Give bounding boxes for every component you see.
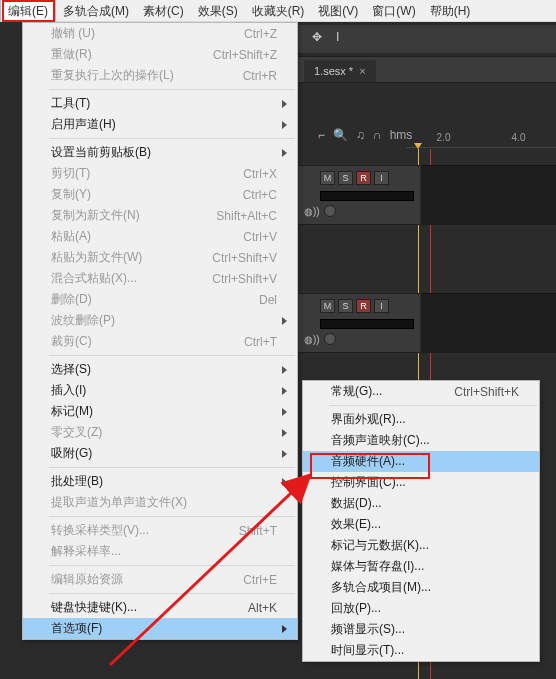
menu-zero-crossing[interactable]: 零交叉(Z) bbox=[23, 422, 297, 443]
menu-delete[interactable]: 删除(D) Del bbox=[23, 289, 297, 310]
menu-paste-to-new[interactable]: 粘贴为新文件(W) Ctrl+Shift+V bbox=[23, 247, 297, 268]
prefs-multitrack[interactable]: 多轨合成项目(M)... bbox=[303, 577, 539, 598]
menu-item-shortcut: Ctrl+E bbox=[243, 573, 277, 587]
prefs-effects[interactable]: 效果(E)... bbox=[303, 514, 539, 535]
headphones-icon[interactable]: ∩ bbox=[373, 128, 382, 142]
menu-item-label: 时间显示(T)... bbox=[331, 642, 519, 659]
menu-tools[interactable]: 工具(T) bbox=[23, 93, 297, 114]
menu-interpret-sample-rate[interactable]: 解释采样率... bbox=[23, 541, 297, 562]
search-icon[interactable]: 🔍 bbox=[333, 128, 348, 142]
menu-set-clipboard[interactable]: 设置当前剪贴板(B) bbox=[23, 142, 297, 163]
menu-item-label: 撤销 (U) bbox=[51, 25, 244, 42]
separator bbox=[49, 593, 295, 594]
menu-item-label: 粘贴为新文件(W) bbox=[51, 249, 212, 266]
menu-item-label: 编辑原始资源 bbox=[51, 571, 243, 588]
menu-item-label: 转换采样类型(V)... bbox=[51, 522, 239, 539]
input-monitor-button[interactable]: I bbox=[374, 171, 389, 185]
menu-item-label: 裁剪(C) bbox=[51, 333, 244, 350]
solo-button[interactable]: S bbox=[338, 171, 353, 185]
menu-ripple-delete[interactable]: 波纹删除(P) bbox=[23, 310, 297, 331]
menu-item-label: 频谱显示(S)... bbox=[331, 621, 519, 638]
move-tool-icon[interactable]: ✥ bbox=[312, 30, 330, 48]
menu-keyboard-shortcuts[interactable]: 键盘快捷键(K)... Alt+K bbox=[23, 597, 297, 618]
prefs-media-cache[interactable]: 媒体与暂存盘(I)... bbox=[303, 556, 539, 577]
menu-snapping[interactable]: 吸附(G) bbox=[23, 443, 297, 464]
menu-edit[interactable]: 编辑(E) bbox=[0, 0, 56, 21]
mute-button[interactable]: M bbox=[320, 171, 335, 185]
separator bbox=[49, 355, 295, 356]
stereo-icon: ◍)) bbox=[304, 334, 320, 345]
menu-copy-to-new[interactable]: 复制为新文件(N) Shift+Alt+C bbox=[23, 205, 297, 226]
menu-item-label: 回放(P)... bbox=[331, 600, 519, 617]
menu-copy[interactable]: 复制(Y) Ctrl+C bbox=[23, 184, 297, 205]
menu-item-label: 重做(R) bbox=[51, 46, 213, 63]
menu-item-label: 常规(G)... bbox=[331, 383, 454, 400]
menu-redo[interactable]: 重做(R) Ctrl+Shift+Z bbox=[23, 44, 297, 65]
edit-dropdown: 撤销 (U) Ctrl+Z 重做(R) Ctrl+Shift+Z 重复执行上次的… bbox=[22, 22, 298, 640]
menu-favorites[interactable]: 收藏夹(R) bbox=[245, 0, 312, 21]
record-arm-button[interactable]: R bbox=[356, 299, 371, 313]
menu-undo[interactable]: 撤销 (U) Ctrl+Z bbox=[23, 23, 297, 44]
track-lane-1[interactable] bbox=[421, 165, 556, 225]
menu-item-label: 首选项(F) bbox=[51, 620, 277, 637]
menu-insert[interactable]: 插入(I) bbox=[23, 380, 297, 401]
menu-mix-paste[interactable]: 混合式粘贴(X)... Ctrl+Shift+V bbox=[23, 268, 297, 289]
menu-multitrack[interactable]: 多轨合成(M) bbox=[56, 0, 136, 21]
menu-item-shortcut: Ctrl+R bbox=[243, 69, 277, 83]
track-buttons: M S R I bbox=[320, 299, 420, 313]
pan-knob[interactable] bbox=[324, 205, 336, 217]
menu-select[interactable]: 选择(S) bbox=[23, 359, 297, 380]
prefs-time-display[interactable]: 时间显示(T)... bbox=[303, 640, 539, 661]
menu-item-label: 解释采样率... bbox=[51, 543, 277, 560]
menu-item-label: 删除(D) bbox=[51, 291, 259, 308]
time-select-tool-icon[interactable]: I bbox=[336, 30, 354, 48]
menu-marker[interactable]: 标记(M) bbox=[23, 401, 297, 422]
menu-extract-channels[interactable]: 提取声道为单声道文件(X) bbox=[23, 492, 297, 513]
menu-edit-original[interactable]: 编辑原始资源 Ctrl+E bbox=[23, 569, 297, 590]
menu-item-label: 选择(S) bbox=[51, 361, 277, 378]
session-tab[interactable]: 1.sesx * × bbox=[304, 60, 376, 82]
close-tab-icon[interactable]: × bbox=[359, 65, 365, 77]
solo-button[interactable]: S bbox=[338, 299, 353, 313]
menu-effects[interactable]: 效果(S) bbox=[191, 0, 245, 21]
menu-window[interactable]: 窗口(W) bbox=[365, 0, 422, 21]
session-tab-label: 1.sesx * bbox=[314, 65, 353, 77]
prefs-appearance[interactable]: 界面外观(R)... bbox=[303, 409, 539, 430]
menu-item-label: 启用声道(H) bbox=[51, 116, 277, 133]
prefs-playback[interactable]: 回放(P)... bbox=[303, 598, 539, 619]
menu-convert-sample-type[interactable]: 转换采样类型(V)... Shift+T bbox=[23, 520, 297, 541]
record-arm-button[interactable]: R bbox=[356, 171, 371, 185]
track-buttons: M S R I bbox=[320, 171, 420, 185]
menu-paste[interactable]: 粘贴(A) Ctrl+V bbox=[23, 226, 297, 247]
mute-button[interactable]: M bbox=[320, 299, 335, 313]
prefs-markers-metadata[interactable]: 标记与元数据(K)... bbox=[303, 535, 539, 556]
track-header-1[interactable]: M S R I ◍)) bbox=[298, 165, 420, 225]
menu-preferences[interactable]: 首选项(F) bbox=[23, 618, 297, 639]
menu-clip[interactable]: 素材(C) bbox=[136, 0, 191, 21]
prefs-general[interactable]: 常规(G)... Ctrl+Shift+K bbox=[303, 381, 539, 402]
menu-item-label: 音频声道映射(C)... bbox=[331, 432, 519, 449]
menu-view[interactable]: 视图(V) bbox=[311, 0, 365, 21]
prefs-audio-hardware[interactable]: 音频硬件(A)... bbox=[303, 451, 539, 472]
menu-item-label: 标记(M) bbox=[51, 403, 277, 420]
pan-knob[interactable] bbox=[324, 333, 336, 345]
menu-crop[interactable]: 裁剪(C) Ctrl+T bbox=[23, 331, 297, 352]
time-ruler[interactable]: 2.0 4.0 bbox=[406, 128, 556, 148]
menu-item-label: 复制为新文件(N) bbox=[51, 207, 216, 224]
speaker-icon[interactable]: ♫ bbox=[356, 128, 365, 142]
input-monitor-button[interactable]: I bbox=[374, 299, 389, 313]
track-lane-2[interactable] bbox=[421, 293, 556, 353]
track-header-2[interactable]: M S R I ◍)) bbox=[298, 293, 420, 353]
prefs-channel-mapping[interactable]: 音频声道映射(C)... bbox=[303, 430, 539, 451]
menu-item-shortcut: Ctrl+Z bbox=[244, 27, 277, 41]
menu-repeat-last[interactable]: 重复执行上次的操作(L) Ctrl+R bbox=[23, 65, 297, 86]
menu-item-shortcut: Ctrl+X bbox=[243, 167, 277, 181]
menu-cut[interactable]: 剪切(T) Ctrl+X bbox=[23, 163, 297, 184]
magnet-icon[interactable]: ⌐ bbox=[318, 128, 325, 142]
menu-enable-channels[interactable]: 启用声道(H) bbox=[23, 114, 297, 135]
prefs-spectral-display[interactable]: 频谱显示(S)... bbox=[303, 619, 539, 640]
prefs-data[interactable]: 数据(D)... bbox=[303, 493, 539, 514]
menu-help[interactable]: 帮助(H) bbox=[423, 0, 478, 21]
prefs-control-surface[interactable]: 控制界面(C)... bbox=[303, 472, 539, 493]
menu-batch-process[interactable]: 批处理(B) bbox=[23, 471, 297, 492]
